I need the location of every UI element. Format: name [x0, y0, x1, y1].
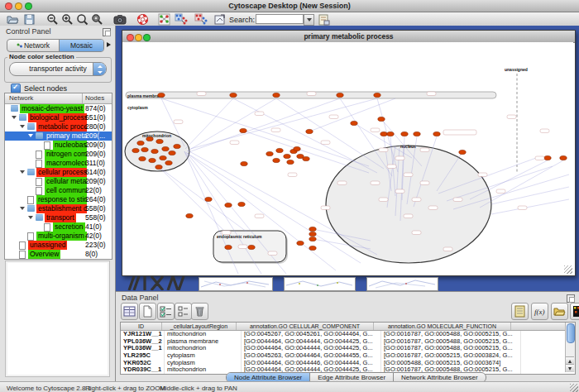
graph-node[interactable]	[337, 93, 343, 97]
tree-row[interactable]: nucleobase-209(0)	[5, 141, 112, 150]
attribute-notepad-icon[interactable]	[511, 303, 529, 320]
scroll-down-icon[interactable]	[566, 364, 574, 372]
search-dropdown-button[interactable]	[304, 14, 314, 26]
graph-node[interactable]	[309, 246, 316, 250]
tree-row[interactable]: secretion41(0)	[5, 222, 112, 232]
tab-network[interactable]: Network	[7, 40, 60, 51]
tree-row[interactable]: transport558(0)	[5, 213, 112, 222]
graph-node[interactable]	[169, 151, 175, 155]
graph-node[interactable]	[294, 146, 300, 151]
graph-node[interactable]	[401, 131, 408, 136]
tree-row[interactable]: cellular metabo209(0)	[5, 177, 112, 186]
copy-network-icon[interactable]	[175, 13, 187, 26]
tree-row[interactable]: metabolic process280(0)	[5, 122, 112, 131]
tree-row[interactable]: Overview8(0)	[5, 250, 112, 259]
open-file-icon[interactable]	[7, 13, 19, 26]
graph-node[interactable]	[387, 131, 394, 136]
disclosure-triangle-icon[interactable]	[20, 207, 25, 210]
graph-node[interactable]	[146, 136, 153, 141]
graph-node[interactable]	[141, 147, 148, 151]
heatmap-icon[interactable]	[570, 303, 579, 320]
tree-row[interactable]: response to stimulu264(0)	[5, 195, 112, 204]
more-tabs-icon[interactable]	[107, 42, 111, 47]
graph-node[interactable]	[132, 148, 139, 152]
disclosure-triangle-icon[interactable]	[12, 116, 17, 119]
graph-node[interactable]	[560, 155, 567, 160]
graph-node[interactable]	[225, 245, 232, 249]
snapshot-icon[interactable]	[113, 13, 126, 26]
tree-row[interactable]: cell communicat22(0)	[5, 186, 112, 195]
paste-network-icon[interactable]	[194, 13, 207, 26]
float-data-panel-icon[interactable]	[567, 294, 575, 303]
disclosure-triangle-icon[interactable]	[20, 170, 25, 174]
graph-node[interactable]	[230, 93, 237, 97]
graph-node[interactable]	[241, 161, 247, 165]
column-header[interactable]: ID	[121, 323, 162, 330]
background-window-edge[interactable]	[366, 277, 438, 291]
graph-node[interactable]	[309, 227, 316, 231]
delete-attribute-icon[interactable]	[191, 303, 208, 320]
table-row[interactable]: YJR121W__1mitochondrion[GO:0045267, GO:0…	[121, 331, 575, 338]
background-window-edge[interactable]	[199, 277, 273, 291]
graph-node[interactable]	[158, 93, 165, 97]
graph-node[interactable]	[160, 155, 166, 160]
graph-node[interactable]	[205, 197, 212, 201]
graph-node[interactable]	[284, 154, 290, 158]
graph-node[interactable]	[433, 131, 440, 136]
graph-node[interactable]	[276, 148, 283, 152]
column-header[interactable]: annotation.GO CELLULAR_COMPONENT	[237, 323, 374, 330]
graph-node[interactable]	[248, 245, 255, 249]
help-icon[interactable]	[136, 13, 149, 26]
zoom-out-icon[interactable]	[46, 13, 59, 26]
table-scrollbar[interactable]	[565, 323, 575, 372]
tree-row[interactable]: nitrogen compo209(0)	[5, 150, 112, 159]
graph-node[interactable]	[380, 131, 387, 136]
node-color-dropdown[interactable]: transporter activity	[9, 62, 107, 76]
graph-node[interactable]	[273, 158, 280, 162]
tree-row[interactable]: biological_process651(0)	[5, 113, 112, 122]
graph-node[interactable]	[374, 93, 380, 97]
tab-mosaic[interactable]: Mosaic	[60, 40, 103, 51]
graph-node[interactable]	[151, 149, 158, 153]
float-panel-icon[interactable]	[103, 28, 111, 36]
graph-node[interactable]	[137, 141, 144, 145]
graph-node[interactable]	[378, 117, 385, 121]
tree-row[interactable]: cellular process614(0)	[5, 168, 112, 177]
scrollbar-thumb[interactable]	[567, 323, 575, 343]
graph-node[interactable]	[306, 129, 313, 133]
formula-builder-icon[interactable]: f(x)	[531, 303, 548, 320]
disclosure-triangle-icon[interactable]	[20, 125, 25, 128]
column-header[interactable]: _cellularLayoutRegion	[162, 323, 237, 330]
tree-row[interactable]: establishment of lo558(0)	[5, 204, 112, 213]
frame-resize-grip[interactable]	[564, 265, 572, 274]
table-row[interactable]: YLR295Ccytoplasm[GO:0045263, GO:0044464,…	[121, 352, 575, 360]
graph-node[interactable]	[266, 151, 273, 155]
network-view-icon[interactable]	[158, 13, 170, 26]
network-frame-titlebar[interactable]: primary metabolic process	[122, 31, 575, 43]
table-row[interactable]: YPL036W__1mitochondrion[GO:0044464, GO:0…	[121, 345, 575, 352]
tree-row[interactable]: macromolecule311(0)	[5, 159, 112, 168]
tree-row[interactable]: primary metabo209(...	[5, 131, 112, 141]
graph-node[interactable]	[238, 202, 245, 206]
graph-node[interactable]	[162, 146, 169, 151]
zoom-in-icon[interactable]	[61, 13, 74, 26]
graph-node[interactable]	[414, 131, 420, 136]
attribute-checklist-icon[interactable]	[157, 303, 175, 320]
zoom-fit-icon[interactable]	[91, 13, 103, 26]
tree-row[interactable]: unassigned223(0)	[5, 241, 112, 250]
tree-row[interactable]: mosaic-demo-yeast874(0)	[5, 104, 112, 113]
column-header[interactable]: annotation.GO MOLECULAR_FUNCTION	[374, 323, 511, 330]
graph-node[interactable]	[309, 232, 316, 236]
save-icon[interactable]	[23, 13, 36, 26]
graph-node[interactable]	[351, 121, 357, 125]
disclosure-triangle-icon[interactable]	[28, 134, 33, 137]
graph-node[interactable]	[459, 150, 466, 154]
window-resize-grip[interactable]	[570, 384, 578, 392]
import-attributes-icon[interactable]	[551, 303, 568, 320]
create-attribute-icon[interactable]	[139, 303, 156, 320]
graph-node[interactable]	[273, 93, 280, 97]
tree-col-network[interactable]: Network	[9, 93, 33, 103]
select-attributes-icon[interactable]	[121, 303, 138, 320]
graph-node[interactable]	[287, 160, 294, 164]
graph-node[interactable]	[303, 156, 309, 160]
